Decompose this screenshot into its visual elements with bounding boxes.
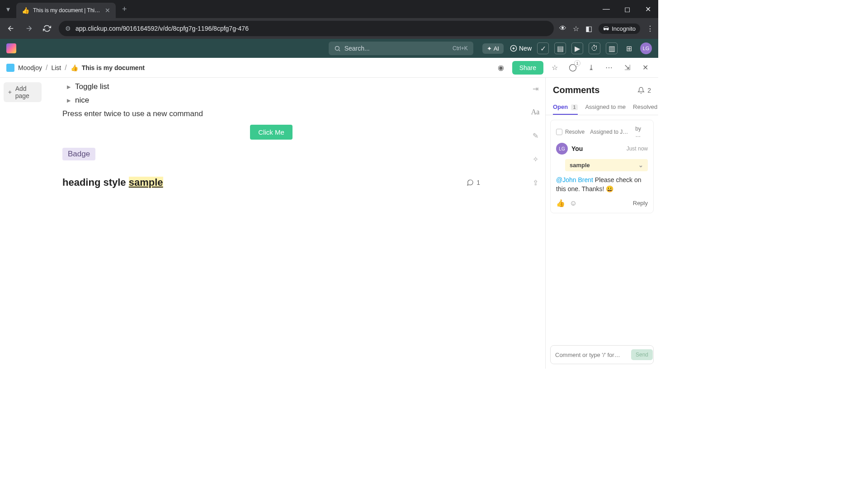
more-menu-icon[interactable]: ⋯	[602, 61, 616, 75]
toggle-arrow-icon[interactable]: ▶	[67, 84, 71, 90]
incognito-indicator[interactable]: 🕶 Incognito	[599, 23, 640, 34]
comments-panel: Comments 2 Open 1 Assigned to me Resolve…	[545, 78, 658, 369]
ai-label: AI	[494, 45, 499, 52]
add-page-button[interactable]: Add page	[4, 82, 42, 102]
side-panel-icon[interactable]: ◧	[585, 24, 592, 33]
edit-wand-icon[interactable]: ✎	[529, 129, 542, 142]
text-style-icon[interactable]: Aa	[529, 106, 542, 118]
doc-icon[interactable]: ▥	[606, 42, 618, 54]
comment-input-field[interactable]	[555, 352, 631, 358]
bookmark-star-icon[interactable]: ☆	[573, 24, 579, 33]
send-button[interactable]: Send	[631, 349, 653, 360]
notepad-icon[interactable]: ▤	[554, 42, 566, 54]
comments-title: Comments	[553, 85, 599, 95]
close-panel-icon[interactable]: ✕	[638, 61, 652, 75]
breadcrumb-list[interactable]: List	[51, 64, 61, 71]
breadcrumb-separator: /	[46, 64, 47, 72]
user-avatar[interactable]: LG	[640, 42, 652, 54]
toggle-list-item[interactable]: ▶ nice	[62, 96, 480, 105]
browser-toolbar: ⚙ app.clickup.com/9016164592/v/dc/8cpfg7…	[0, 18, 658, 39]
comment-count-number: 1	[476, 179, 480, 186]
nav-reload-button[interactable]	[41, 22, 53, 35]
heading-highlight: sample	[129, 177, 163, 188]
breadcrumb-workspace[interactable]: Moodjoy	[18, 64, 42, 71]
breadcrumb-separator: /	[65, 64, 66, 72]
clickup-logo[interactable]	[6, 43, 16, 53]
window-maximize-button[interactable]: ◻	[617, 0, 637, 18]
site-settings-icon[interactable]: ⚙	[65, 25, 71, 32]
tags-icon[interactable]: ◉	[494, 61, 508, 75]
doc-hint-text: Press enter twice to use a new command	[62, 109, 480, 118]
tab-open-count: 1	[571, 104, 578, 110]
nav-forward-button[interactable]	[23, 22, 35, 35]
apps-grid-icon[interactable]: ⊞	[623, 42, 635, 54]
tab-assigned-to-me[interactable]: Assigned to me	[585, 100, 626, 115]
expand-rail-icon[interactable]: ⇥	[529, 82, 542, 95]
resolve-label[interactable]: Resolve	[565, 129, 585, 135]
heading-row: heading style sample 1	[62, 177, 480, 188]
search-shortcut: Ctrl+K	[453, 45, 468, 52]
nav-back-button[interactable]	[5, 22, 17, 35]
comment-author-avatar[interactable]: LG	[556, 143, 568, 155]
comment-body: @John Brent Please check on this one. Th…	[556, 176, 648, 193]
window-minimize-button[interactable]: —	[596, 0, 617, 18]
collapse-icon[interactable]: ⇲	[620, 61, 634, 75]
check-circle-icon[interactable]: ✓	[537, 42, 549, 54]
new-button[interactable]: New	[510, 45, 532, 52]
toggle-arrow-icon[interactable]: ▶	[67, 98, 71, 103]
assigned-to-text: Assigned to Jo…	[590, 129, 631, 135]
notif-count-badge: 1	[574, 60, 580, 66]
comment-quote[interactable]: sample ⌄	[565, 159, 648, 171]
resolve-checkbox[interactable]	[556, 129, 562, 135]
window-close-button[interactable]: ✕	[637, 0, 658, 18]
tracking-icon[interactable]: 👁	[559, 24, 566, 33]
emoji-react-icon[interactable]: ☺	[570, 199, 577, 207]
templates-icon[interactable]: ✧	[529, 153, 542, 165]
search-icon	[334, 45, 341, 52]
global-search[interactable]: Search... Ctrl+K	[329, 42, 473, 55]
ai-button[interactable]: ✦ AI	[482, 43, 504, 54]
browser-tab[interactable]: 👍 This is my document | This is m ✕	[16, 3, 116, 18]
add-page-label: Add page	[15, 85, 38, 99]
tab-close-icon[interactable]: ✕	[105, 7, 110, 14]
search-placeholder: Search...	[344, 45, 370, 52]
url-text: app.clickup.com/9016164592/v/dc/8cpfg7g-…	[75, 25, 249, 32]
timer-icon[interactable]: ⏱	[589, 42, 600, 54]
heading-prefix: heading style	[62, 177, 129, 188]
tab-favicon-emoji: 👍	[22, 7, 29, 14]
comments-notif-button[interactable]: 2	[637, 87, 651, 94]
doc-emoji: 👍	[71, 64, 78, 71]
browser-menu-icon[interactable]: ⋮	[646, 24, 654, 33]
favorite-star-icon[interactable]: ☆	[548, 61, 561, 75]
svg-point-0	[335, 46, 339, 50]
export-icon[interactable]: ⇪	[529, 176, 542, 189]
comment-input-box[interactable]: Send	[550, 345, 654, 364]
tab-title: This is my document | This is m	[33, 7, 102, 14]
click-me-button[interactable]: Click Me	[250, 125, 292, 140]
address-bar[interactable]: ⚙ app.clickup.com/9016164592/v/dc/8cpfg7…	[59, 21, 554, 36]
tab-open[interactable]: Open 1	[553, 100, 578, 115]
document-editor[interactable]: ▶ Toggle list ▶ nice Press enter twice t…	[45, 78, 525, 369]
new-label: New	[519, 45, 532, 52]
video-icon[interactable]: ▶	[571, 42, 583, 54]
mention-link[interactable]: @John Brent	[556, 176, 593, 183]
incognito-icon: 🕶	[603, 25, 609, 32]
thumbs-up-icon[interactable]: 👍	[556, 199, 565, 207]
new-tab-button[interactable]: +	[116, 5, 133, 14]
inline-comment-indicator[interactable]: 1	[467, 179, 480, 186]
heading-text[interactable]: heading style sample	[62, 177, 163, 188]
download-icon[interactable]: ⤓	[584, 61, 598, 75]
comment-author-name: You	[571, 145, 583, 152]
share-button[interactable]: Share	[512, 61, 543, 75]
comment-notif-icon[interactable]: 1	[566, 61, 580, 75]
add-page-icon	[7, 89, 13, 95]
chevron-down-icon[interactable]: ⌄	[638, 162, 643, 169]
toggle-list-item[interactable]: ▶ Toggle list	[62, 82, 480, 91]
reply-button[interactable]: Reply	[633, 200, 648, 206]
tab-resolved[interactable]: Resolved	[633, 100, 657, 115]
toggle-label: nice	[75, 96, 89, 105]
badge-element[interactable]: Badge	[62, 148, 95, 160]
tab-list-dropdown[interactable]: ▾	[0, 1, 16, 17]
workspace-icon[interactable]	[6, 64, 14, 72]
comment-timestamp: Just now	[627, 145, 648, 152]
